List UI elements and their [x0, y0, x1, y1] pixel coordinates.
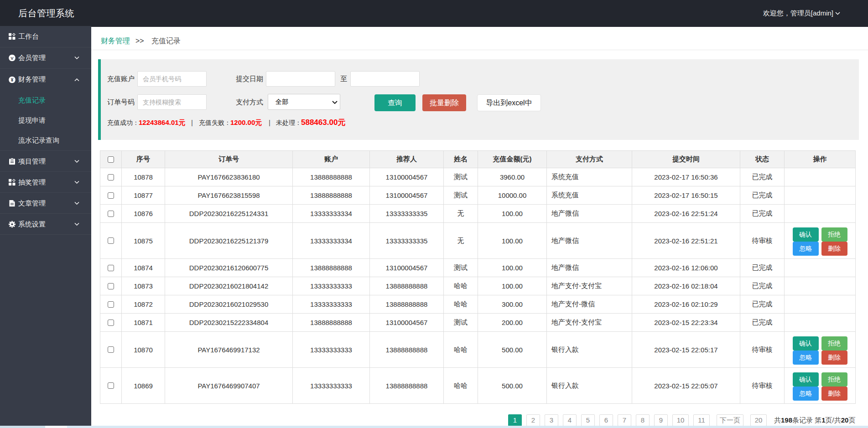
svg-text:¥: ¥: [11, 77, 14, 82]
svg-text:V: V: [10, 56, 14, 61]
